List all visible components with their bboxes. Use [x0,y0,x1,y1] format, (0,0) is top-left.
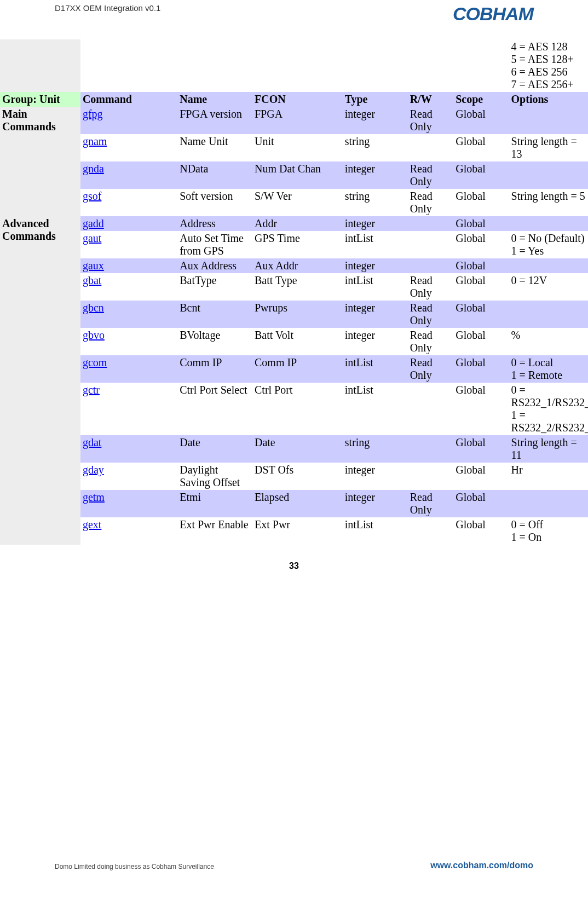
name-cell: Name Unit [177,134,252,161]
command-cell: gbcn [80,301,177,328]
options-cell: 4 = AES 1285 = AES 128+6 = AES 2567 = AE… [509,39,588,92]
section-advanced: Advanced Commands [0,216,80,545]
rw-cell [408,435,454,463]
table-row: gauxAux AddressAux AddrintegerGlobal [0,258,588,273]
command-cell: gadd [80,216,177,231]
command-link[interactable]: getm [83,491,105,503]
command-link[interactable]: gnam [83,135,107,147]
document-header: D17XX OEM Integration v0.1 COBHAM [55,0,533,39]
header-scope: Scope [453,92,509,107]
sidebar-cell [0,39,80,92]
fcon-cell: FPGA [252,107,343,134]
name-cell: Address [177,216,252,231]
table-row: gbvoBVoltageBatt VoltintegerRead OnlyGlo… [0,328,588,355]
command-cell: gaux [80,258,177,273]
scope-cell: Global [453,161,509,189]
fcon-cell: Date [252,435,343,463]
command-link[interactable]: gbvo [83,329,105,341]
type-cell: intList [343,273,408,301]
scope-cell: Global [453,490,509,517]
options-cell: 0 = RS232_1/RS232_21 = RS232_2/RS232_1 [509,383,588,435]
type-cell: integer [343,258,408,273]
table-row: gbatBatTypeBatt TypeintListRead OnlyGlob… [0,273,588,301]
rw-cell: Read Only [408,273,454,301]
table-row: gctrCtrl Port SelectCtrl PortintListGlob… [0,383,588,435]
name-cell: NData [177,161,252,189]
table-row: gcomComm IPComm IPintListRead OnlyGlobal… [0,355,588,383]
logo: COBHAM [453,4,533,23]
rw-cell: Read Only [408,189,454,216]
command-link[interactable]: gcom [83,356,107,368]
options-cell [509,161,588,189]
command-link[interactable]: gday [83,464,104,476]
type-cell: intList [343,517,408,545]
header-rw: R/W [408,92,454,107]
fcon-cell: Addr [252,216,343,231]
table-row: gextExt Pwr EnableExt PwrintListGlobal0 … [0,517,588,545]
options-cell [509,216,588,231]
fcon-cell: Unit [252,134,343,161]
command-link[interactable]: gsof [83,190,101,202]
fcon-cell: Comm IP [252,355,343,383]
type-cell: integer [343,301,408,328]
scope-cell: Global [453,301,509,328]
scope-cell: Global [453,273,509,301]
options-cell [509,258,588,273]
fcon-cell: Ext Pwr [252,517,343,545]
command-link[interactable]: gnda [83,163,104,175]
command-cell: gbat [80,273,177,301]
fcon-cell: Pwrups [252,301,343,328]
rw-cell: Read Only [408,107,454,134]
name-cell: BVoltage [177,328,252,355]
empty-cell [177,39,252,92]
scope-cell: Global [453,189,509,216]
command-link[interactable]: gdat [83,436,101,448]
name-cell: FPGA version [177,107,252,134]
command-link[interactable]: gfpg [83,108,103,120]
name-cell: Bcnt [177,301,252,328]
command-link[interactable]: gaut [83,232,101,244]
command-table: 4 = AES 1285 = AES 128+6 = AES 2567 = AE… [0,39,588,545]
scope-cell: Global [453,463,509,490]
fcon-cell: Aux Addr [252,258,343,273]
name-cell: Aux Address [177,258,252,273]
rw-cell: Read Only [408,355,454,383]
type-cell: integer [343,490,408,517]
name-cell: Soft version [177,189,252,216]
name-cell: BatType [177,273,252,301]
command-link[interactable]: gext [83,518,101,530]
empty-cell [252,39,343,92]
table-row: gbcnBcntPwrupsintegerRead OnlyGlobal [0,301,588,328]
footer-left: Domo Limited doing business as Cobham Su… [55,863,214,870]
scope-cell: Global [453,216,509,231]
command-link[interactable]: gadd [83,217,104,229]
options-cell: 0 = 12V [509,273,588,301]
command-cell: gaut [80,231,177,258]
header-command: Command [80,92,177,107]
group-cell: Group: Unit [0,92,80,107]
rw-cell [408,517,454,545]
rw-cell [408,216,454,231]
name-cell: Ext Pwr Enable [177,517,252,545]
section-main: Main Commands [0,107,80,216]
type-cell: string [343,435,408,463]
options-cell: 0 = Local1 = Remote [509,355,588,383]
name-cell: Daylight Saving Offset [177,463,252,490]
rw-cell: Read Only [408,490,454,517]
command-cell: gcom [80,355,177,383]
fcon-cell: Num Dat Chan [252,161,343,189]
rw-cell: Read Only [408,161,454,189]
command-link[interactable]: gbat [83,274,101,286]
options-cell [509,301,588,328]
command-link[interactable]: gaux [83,259,104,272]
command-link[interactable]: gctr [83,384,100,396]
type-cell: integer [343,463,408,490]
rw-cell: Read Only [408,328,454,355]
type-cell: string [343,134,408,161]
table-row: Advanced CommandsgaddAddressAddrintegerG… [0,216,588,231]
options-cell: Hr [509,463,588,490]
rw-cell [408,258,454,273]
command-link[interactable]: gbcn [83,302,104,314]
fcon-cell: Elapsed [252,490,343,517]
scope-cell: Global [453,328,509,355]
